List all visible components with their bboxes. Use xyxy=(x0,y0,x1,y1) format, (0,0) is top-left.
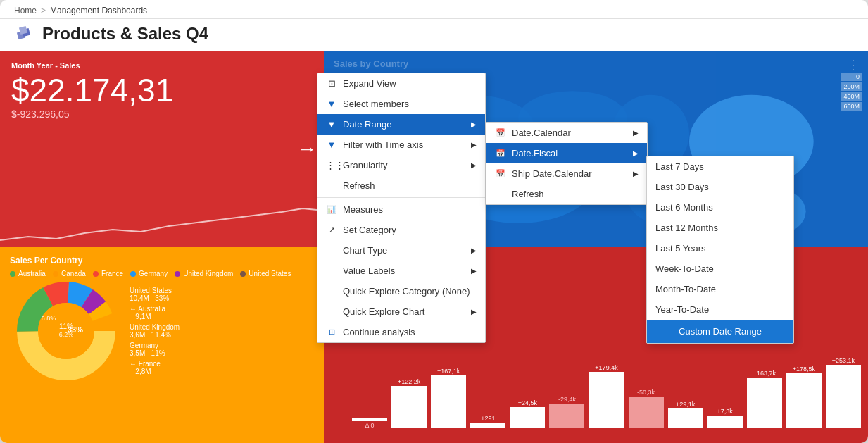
chevron-icon-qe: ▶ xyxy=(471,308,477,316)
filter-icon-2: ▼ xyxy=(326,119,337,130)
breadcrumb-separator: > xyxy=(41,6,46,15)
pie-legend: Australia Canada France Germany United K… xyxy=(10,270,314,277)
menu-date-calendar[interactable]: 📅 Date.Calendar ▶ xyxy=(486,123,647,143)
chevron-icon-filter: ▶ xyxy=(471,141,477,149)
wf-val-3: +291 xyxy=(481,415,495,422)
menu-last-7[interactable]: Last 7 Days xyxy=(647,156,793,177)
chevron-date-cal: ▶ xyxy=(633,129,639,137)
wf-val-7: -50,3k xyxy=(637,389,655,396)
menu-week-to-date[interactable]: Week-To-Date xyxy=(647,258,793,279)
wf-col-0: Δ 0 xyxy=(352,418,387,429)
map-legend-200m: 200M xyxy=(841,82,862,91)
context-menu-date-dims[interactable]: 📅 Date.Calendar ▶ 📅 Date.Fiscal ▶ 📅 Ship… xyxy=(486,122,648,205)
menu-label-last7: Last 7 Days xyxy=(655,161,704,172)
menu-label-last6m: Last 6 Months xyxy=(655,202,713,213)
wf-val-1: +122,2k xyxy=(398,378,420,385)
menu-date-range[interactable]: ▼ Date Range ▶ xyxy=(317,114,485,135)
widget-sales-sub: $-923.296,05 xyxy=(11,108,313,120)
menu-label-expand: Expand View xyxy=(343,78,396,89)
chevron-ship-cal: ▶ xyxy=(633,170,639,177)
wf-col-6: +179,4k xyxy=(589,364,624,429)
chevron-icon-chart: ▶ xyxy=(471,247,477,254)
wf-val-8: +29,1k xyxy=(676,401,695,408)
menu-label-continue: Continue analysis xyxy=(343,327,415,337)
menu-label-qe-cat: Quick Explore Category (None) xyxy=(343,286,470,297)
legend-uk: United Kingdom xyxy=(175,270,233,277)
wf-col-3: +291 xyxy=(470,415,505,429)
menu-last-5y[interactable]: Last 5 Years xyxy=(647,238,793,258)
menu-set-category[interactable]: ↗ Set Category xyxy=(317,220,485,240)
page-icon xyxy=(14,23,35,44)
wf-val-5: -29,4k xyxy=(558,396,576,403)
context-menu-date-ranges[interactable]: Last 7 Days Last 30 Days Last 6 Months L… xyxy=(646,156,794,344)
menu-label-last5y: Last 5 Years xyxy=(655,243,706,254)
menu-date-refresh[interactable]: Refresh xyxy=(486,184,647,204)
menu-year-to-date[interactable]: Year-To-Date xyxy=(647,299,793,320)
wf-val-2: +167,1k xyxy=(437,368,460,375)
menu-label-date-refresh: Refresh xyxy=(512,189,544,199)
measures-icon: 📊 xyxy=(326,205,337,214)
menu-value-labels[interactable]: Value Labels ▶ xyxy=(317,261,485,281)
legend-canada: Canada xyxy=(53,270,86,277)
menu-refresh[interactable]: Refresh xyxy=(317,175,485,196)
wf-col-8: +29,1k xyxy=(668,401,703,429)
menu-quick-explore-cat[interactable]: Quick Explore Category (None) xyxy=(317,281,485,301)
wf-col-7: -50,3k xyxy=(629,389,664,429)
context-menu-primary[interactable]: ⊡ Expand View ▼ Select members ▼ Date Ra… xyxy=(317,73,486,343)
menu-month-to-date[interactable]: Month-To-Date xyxy=(647,279,793,299)
menu-last-6m[interactable]: Last 6 Months xyxy=(647,197,793,218)
widget-sales-title: Month Year - Sales xyxy=(11,61,313,70)
calendar-icon-3: 📅 xyxy=(495,169,506,178)
menu-expand-view[interactable]: ⊡ Expand View xyxy=(317,73,485,94)
pie-title: Sales Per Country xyxy=(10,256,314,266)
menu-label-date-fiscal: Date.Fiscal xyxy=(512,148,558,158)
menu-label-last30: Last 30 Days xyxy=(655,182,709,192)
arrow-right-icon: → xyxy=(297,138,317,161)
calendar-icon-1: 📅 xyxy=(495,128,506,137)
expand-icon: ⊡ xyxy=(326,78,337,89)
menu-continue-analysis[interactable]: ⊞ Continue analysis xyxy=(317,322,485,342)
filter-icon-3: ▼ xyxy=(326,139,337,150)
wf-col-1: +122,2k xyxy=(391,378,427,429)
menu-label-ship-cal: Ship Date.Calendar xyxy=(512,168,591,179)
map-legend-0: 0 xyxy=(841,73,862,81)
wf-col-10: +163,7k xyxy=(747,370,782,429)
pie-area: 11% 6.2% 6.8% 33% United States10,4M 33%… xyxy=(10,282,314,380)
menu-measures[interactable]: 📊 Measures xyxy=(317,199,485,220)
map-legend-600m: 600M xyxy=(841,102,862,111)
menu-label-filter-time: Filter with Time axis xyxy=(343,139,423,150)
sparkline-chart xyxy=(0,205,324,247)
menu-label-refresh: Refresh xyxy=(343,180,375,191)
wf-col-9: +7,3k xyxy=(707,408,743,429)
menu-label-mtd: Month-To-Date xyxy=(655,284,716,294)
menu-label-last12m: Last 12 Months xyxy=(655,223,718,233)
set-cat-icon: ↗ xyxy=(326,225,337,235)
legend-germany: Germany xyxy=(130,270,168,277)
pie-labels: United States10,4M 33% ← Australia 9,1M … xyxy=(130,287,180,375)
menu-quick-explore-chart[interactable]: Quick Explore Chart ▶ xyxy=(317,301,485,322)
breadcrumb-section: Management Dashboards xyxy=(50,6,147,15)
calendar-icon-2: 📅 xyxy=(495,149,506,158)
menu-last-12m[interactable]: Last 12 Months xyxy=(647,218,793,238)
menu-date-fiscal[interactable]: 📅 Date.Fiscal ▶ xyxy=(486,143,647,163)
menu-select-members[interactable]: ▼ Select members xyxy=(317,94,485,114)
menu-granularity[interactable]: ⋮⋮ Granularity ▶ xyxy=(317,155,485,175)
breadcrumb-home[interactable]: Home xyxy=(14,6,37,15)
menu-label-qe-chart: Quick Explore Chart xyxy=(343,306,424,317)
svg-text:33%: 33% xyxy=(68,325,83,334)
menu-chart-type[interactable]: Chart Type ▶ xyxy=(317,240,485,261)
pie-label-australia: ← Australia 9,1M xyxy=(130,305,180,320)
menu-label-select: Select members xyxy=(343,99,409,109)
main-content: Month Year - Sales $22.174,31 $-923.296,… xyxy=(0,51,868,443)
menu-last-30[interactable]: Last 30 Days xyxy=(647,177,793,197)
menu-label-chart-type: Chart Type xyxy=(343,245,387,256)
menu-ship-date-cal[interactable]: 📅 Ship Date.Calendar ▶ xyxy=(486,163,647,184)
wf-col-5: -29,4k xyxy=(549,396,584,429)
wf-val-6: +179,4k xyxy=(595,364,617,371)
menu-label-set-cat: Set Category xyxy=(343,225,396,235)
chevron-date-fiscal: ▶ xyxy=(633,149,639,157)
continue-icon: ⊞ xyxy=(326,327,337,337)
custom-date-range-button[interactable]: Custom Date Range xyxy=(647,320,793,343)
menu-filter-time[interactable]: ▼ Filter with Time axis ▶ xyxy=(317,135,485,155)
widget-pie: Sales Per Country Australia Canada Franc… xyxy=(0,247,324,443)
